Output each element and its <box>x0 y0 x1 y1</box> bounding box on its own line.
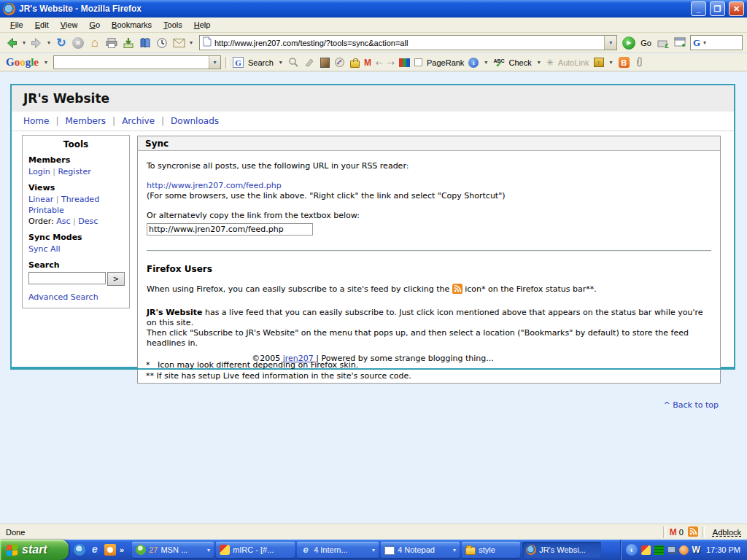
go-button[interactable]: ▶ <box>622 36 635 50</box>
msn-group-dropdown-icon[interactable]: ▾ <box>207 547 210 553</box>
menu-edit[interactable]: Edit <box>29 18 55 31</box>
tray-vnc-icon[interactable] <box>654 545 664 555</box>
custom-image-button-icon[interactable] <box>320 58 330 68</box>
printable-link[interactable]: Printable <box>28 206 64 215</box>
google-logo-dropdown-icon[interactable]: ▾ <box>43 59 49 66</box>
task-firefox-active[interactable]: JR's Websi... <box>522 542 601 558</box>
close-button[interactable]: ✕ <box>729 1 744 16</box>
forward-dropdown-icon[interactable]: ▾ <box>46 39 52 46</box>
browse-web-icon[interactable] <box>334 57 346 69</box>
reload-icon[interactable]: ↻ <box>54 36 69 50</box>
google-search-input[interactable] <box>54 58 209 67</box>
minimize-button[interactable]: _ <box>691 1 706 16</box>
task-style-folder[interactable]: style <box>462 542 520 558</box>
nav-home[interactable]: Home <box>23 116 49 126</box>
send-to-icon[interactable]: ↑ <box>594 58 604 67</box>
register-link[interactable]: Register <box>58 167 90 176</box>
threaded-link[interactable]: Threaded <box>61 195 99 204</box>
sidebar-search-button[interactable]: > <box>107 272 125 286</box>
start-button[interactable]: start <box>0 540 69 560</box>
advanced-search-link[interactable]: Advanced Search <box>28 292 98 302</box>
download-icon[interactable] <box>121 36 136 50</box>
back-dropdown-icon[interactable]: ▾ <box>21 39 27 46</box>
new-tab-icon[interactable] <box>673 36 688 50</box>
new-window-icon[interactable] <box>657 36 671 50</box>
url-input[interactable] <box>214 39 601 47</box>
gmail-icon[interactable]: M <box>364 58 371 68</box>
froogle-bag-icon[interactable] <box>350 61 360 68</box>
page-info-icon[interactable]: i <box>468 58 479 68</box>
notepad-group-dropdown-icon[interactable]: ▾ <box>453 547 456 553</box>
task-msn[interactable]: 27 MSN ... ▾ <box>132 542 214 558</box>
menu-bookmarks[interactable]: Bookmarks <box>106 18 158 31</box>
task-internet-explorer-group[interactable]: e 4 Intern... ▾ <box>297 542 379 558</box>
google-quick-dropdown-icon[interactable]: ▾ <box>702 39 708 46</box>
rss-feed-icon <box>452 284 462 297</box>
tray-collapse-icon[interactable]: ‹ <box>626 544 638 556</box>
print-icon[interactable] <box>104 36 119 50</box>
quick-launch-overflow-icon[interactable]: » <box>120 545 124 554</box>
google-back-icon[interactable]: ⇠ <box>376 58 383 68</box>
back-to-top-link[interactable]: ^ Back to top <box>664 400 719 410</box>
ql-ie-icon[interactable]: e <box>89 544 101 556</box>
site-name-bold: JR's Website <box>147 308 202 317</box>
menu-go[interactable]: Go <box>83 18 106 31</box>
highlight-icon[interactable] <box>304 57 316 69</box>
go-label[interactable]: Go <box>638 39 654 47</box>
feed-url-link[interactable]: http://www.jren207.com/feed.php <box>147 181 282 190</box>
mail-dropdown-icon[interactable]: ▾ <box>188 39 194 46</box>
paperclip-icon[interactable] <box>634 57 646 69</box>
adblock-toggle[interactable]: Adblock <box>713 528 741 537</box>
mail-icon[interactable] <box>171 36 186 50</box>
order-desc-link[interactable]: Desc <box>78 217 98 226</box>
menu-tools[interactable]: Tools <box>158 18 188 31</box>
site-search-icon[interactable] <box>288 57 300 69</box>
bookmarks-icon[interactable] <box>138 36 152 50</box>
blogger-icon[interactable]: B <box>619 57 630 68</box>
google-forward-icon[interactable]: ⇢ <box>387 58 395 68</box>
restore-button[interactable]: ❐ <box>710 1 725 16</box>
url-dropdown-button[interactable]: ▾ <box>604 36 616 50</box>
history-icon[interactable] <box>155 36 169 50</box>
google-search-dropdown-icon[interactable]: ▾ <box>209 56 220 69</box>
send-to-dropdown-icon[interactable]: ▾ <box>608 59 614 66</box>
menu-file[interactable]: File <box>4 18 29 31</box>
nav-members[interactable]: Members <box>65 116 106 126</box>
nav-downloads[interactable]: Downloads <box>171 116 219 126</box>
tray-winamp-icon[interactable]: W <box>692 545 700 555</box>
login-link[interactable]: Login <box>28 167 50 176</box>
rss-status-icon[interactable] <box>688 526 698 538</box>
ql-clock-icon[interactable] <box>104 544 116 556</box>
sync-all-link[interactable]: Sync All <box>28 244 61 254</box>
spellcheck-dropdown-icon[interactable]: ▾ <box>536 59 542 66</box>
tray-mirc-icon[interactable] <box>641 545 651 555</box>
ie-group-dropdown-icon[interactable]: ▾ <box>372 547 375 553</box>
images-icon[interactable] <box>399 58 410 67</box>
order-asc-link[interactable]: Asc <box>56 217 70 226</box>
forward-icon[interactable] <box>29 36 44 50</box>
task-buttons: 27 MSN ... ▾ mIRC - [#... e 4 Intern... … <box>129 542 619 558</box>
menu-view[interactable]: View <box>55 18 84 31</box>
search-options-dropdown-icon[interactable]: ▾ <box>278 59 284 66</box>
tray-display-icon[interactable] <box>667 546 676 553</box>
tray-update-icon[interactable] <box>679 545 689 555</box>
task-notepad-group[interactable]: 4 Notepad ▾ <box>381 542 460 558</box>
back-icon[interactable] <box>4 36 19 50</box>
feed-url-textbox[interactable] <box>147 223 313 236</box>
stop-icon[interactable]: ✕ <box>71 36 85 50</box>
linear-link[interactable]: Linear <box>28 195 53 204</box>
nav-archive[interactable]: Archive <box>122 116 155 126</box>
google-quick-search[interactable]: G ▾ <box>690 35 743 50</box>
spellcheck-label[interactable]: Check <box>509 58 532 67</box>
google-logo[interactable]: Google <box>6 56 39 69</box>
spellcheck-icon[interactable]: ABC✓ <box>493 59 504 66</box>
page-info-dropdown-icon[interactable]: ▾ <box>483 59 489 66</box>
home-icon[interactable]: ⌂ <box>88 36 102 50</box>
task-mirc[interactable]: mIRC - [#... <box>216 542 295 558</box>
sidebar-search-input[interactable] <box>28 272 106 284</box>
ql-messenger-icon[interactable] <box>74 544 85 556</box>
menu-help[interactable]: Help <box>188 18 217 31</box>
tray-clock[interactable]: 17:30 PM <box>706 545 740 554</box>
google-search-button[interactable]: Search <box>248 58 274 67</box>
gmail-status-icon[interactable]: M <box>670 527 677 537</box>
